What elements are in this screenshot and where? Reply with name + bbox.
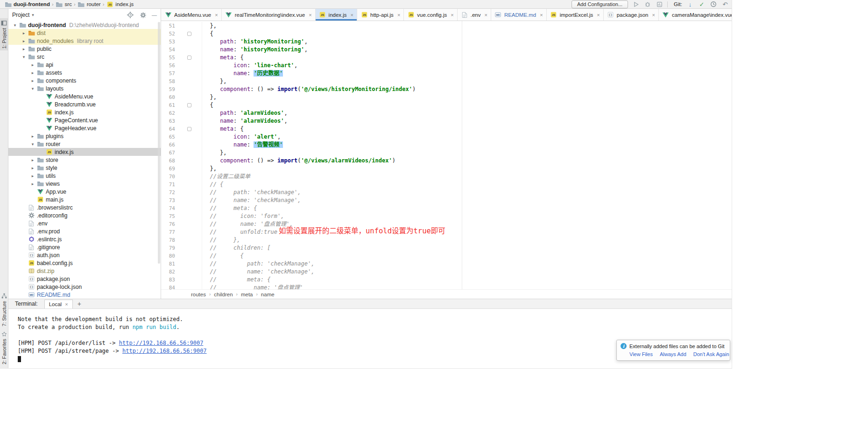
tab-close-icon[interactable]: × (351, 12, 353, 18)
code-line[interactable]: 81 // path: 'checkManage', (161, 260, 732, 268)
code-line[interactable]: 54 name: 'historyMonitoring', (161, 46, 732, 54)
notification-action[interactable]: Don't Ask Again (693, 351, 729, 357)
code-line[interactable]: 82 // name: 'checkManage', (161, 268, 732, 276)
chevron-collapsed-icon[interactable]: ▸ (29, 166, 36, 170)
tree-item[interactable]: ▸style (8, 164, 161, 172)
editor-tab[interactable]: cameraManage\index.vue× (659, 9, 732, 21)
code-line[interactable]: 63 name: 'alarmVideos', (161, 117, 732, 125)
editor-breadcrumb-item[interactable]: children (214, 292, 233, 297)
tree-item[interactable]: ▸views (8, 180, 161, 188)
code-line[interactable]: 59 component: () => import('@/views/hist… (161, 85, 732, 93)
code-line[interactable]: 75 // icon: 'form', (161, 212, 732, 220)
code-line[interactable]: 72 // path: 'checkManage', (161, 189, 732, 196)
tree-item[interactable]: ▸store (8, 156, 161, 164)
code-line[interactable]: 71 // { (161, 181, 732, 189)
notification-action[interactable]: Always Add (660, 351, 686, 357)
code-line[interactable]: 84 // name: '盘点管理' (161, 284, 732, 289)
code-line[interactable]: 68 component: () => import('@/views/alar… (161, 157, 732, 165)
editor-tab[interactable]: .env× (458, 9, 491, 21)
editor-tab-active[interactable]: JSindex.js× (316, 9, 357, 21)
tree-item[interactable]: {}package-lock.json (8, 283, 161, 291)
code-line[interactable]: 65 icon: 'alert', (161, 133, 732, 141)
code-line[interactable]: 74 // meta: { (161, 204, 732, 212)
code-editor[interactable]: 51 },52 {53 path: 'historyMonitoring',54… (161, 21, 732, 289)
chevron-collapsed-icon[interactable]: ▸ (20, 39, 28, 43)
tab-close-icon[interactable]: × (397, 12, 400, 18)
add-configuration-button[interactable]: Add Configuration... (572, 0, 628, 8)
editor-tab[interactable]: JSimportExcel.js× (547, 9, 604, 21)
code-line[interactable]: 56 icon: 'line-chart', (161, 62, 732, 70)
code-line[interactable]: 64 meta: { (161, 125, 732, 133)
fold-marker-icon[interactable] (187, 32, 191, 36)
project-tree-scrollbar[interactable] (158, 22, 160, 264)
editor-breadcrumb-item[interactable]: name (261, 292, 275, 297)
editor-breadcrumb-item[interactable]: meta (241, 292, 253, 297)
update-project-icon[interactable]: ↓ (686, 0, 694, 8)
tab-close-icon[interactable]: × (451, 12, 453, 18)
tab-close-icon[interactable]: × (215, 12, 218, 18)
debug-icon[interactable] (644, 0, 651, 8)
fold-marker-icon[interactable] (187, 56, 191, 60)
tree-item[interactable]: ▸dist (8, 29, 161, 37)
chevron-expanded-icon[interactable]: ▾ (11, 23, 19, 28)
editor-tab[interactable]: AsideMenu.vue× (161, 9, 222, 21)
chevron-collapsed-icon[interactable]: ▸ (29, 182, 36, 186)
code-line[interactable]: 80 // { (161, 252, 732, 260)
editor-breadcrumb-item[interactable]: routes (191, 292, 206, 297)
tree-item[interactable]: ▾router (8, 140, 161, 148)
breadcrumb-item[interactable]: router (76, 0, 102, 8)
tree-item[interactable]: ▸public (8, 45, 161, 53)
stripe-button-project[interactable]: 1: Project (0, 18, 8, 50)
history-icon[interactable] (710, 0, 717, 8)
project-view-selector[interactable]: Project ▾ (12, 12, 34, 18)
code-line[interactable]: 61 { (161, 101, 732, 109)
tree-item[interactable]: ▸api (8, 61, 161, 69)
code-line[interactable]: 67 }, (161, 149, 732, 157)
tree-item[interactable]: .gitignore (8, 243, 161, 251)
tree-item[interactable]: JSmain.js (8, 196, 161, 203)
stripe-button-structure[interactable]: 7: Structure (0, 291, 8, 328)
terminal-link[interactable]: http://192.168.66.56:9007 (119, 340, 204, 346)
code-line[interactable]: 78 // }, (161, 236, 732, 244)
chevron-expanded-icon[interactable]: ▾ (20, 55, 28, 59)
code-line[interactable]: 66 name: '告警视频' (161, 141, 732, 149)
code-line[interactable]: 52 { (161, 30, 732, 38)
tree-item[interactable]: .env.prod (8, 227, 161, 235)
chevron-collapsed-icon[interactable]: ▸ (29, 78, 36, 83)
tree-item[interactable]: MDREADME.md (8, 291, 161, 299)
tree-item[interactable]: JSindex.js (8, 108, 161, 116)
tree-item[interactable]: .editorconfig (8, 211, 161, 219)
editor-tab[interactable]: realTimeMonitoring\index.vue× (222, 9, 316, 21)
fold-marker-icon[interactable] (187, 127, 191, 131)
tree-item[interactable]: ▸utils (8, 172, 161, 180)
tree-item[interactable]: ▸components (8, 77, 161, 84)
terminal-add-tab-button[interactable]: + (73, 300, 86, 308)
code-line[interactable]: 57 name: '历史数据' (161, 70, 732, 77)
chevron-collapsed-icon[interactable]: ▸ (29, 70, 36, 75)
editor-tab[interactable]: MDREADME.md× (491, 9, 547, 21)
tree-item[interactable]: Breadcrumb.vue (8, 100, 161, 108)
tab-close-icon[interactable]: × (484, 12, 487, 18)
terminal-tab-local[interactable]: Local × (44, 300, 73, 308)
tree-item[interactable]: ▸node_moduleslibrary root (8, 37, 161, 45)
code-line[interactable]: 77 // unfold:true (161, 228, 732, 236)
tab-close-icon[interactable]: × (540, 12, 543, 18)
locate-file-icon[interactable] (127, 11, 134, 19)
profiler-icon[interactable] (656, 0, 663, 8)
rollback-icon[interactable]: ↶ (721, 0, 729, 8)
code-line[interactable]: 62 path: 'alarmVideos', (161, 109, 732, 117)
tree-item[interactable]: PageHeader.vue (8, 124, 161, 132)
code-line[interactable]: 69 }, (161, 165, 732, 173)
code-line[interactable]: 60 }, (161, 93, 732, 101)
tree-item[interactable]: JSindex.js (8, 148, 161, 156)
breadcrumb-item[interactable]: JSindex.js (105, 0, 135, 8)
tree-item[interactable]: {}package.json (8, 275, 161, 283)
tree-item[interactable]: ▾src (8, 53, 161, 61)
code-line[interactable]: 76 // name: '盘点管理', (161, 220, 732, 228)
tree-item[interactable]: AsideMenu.vue (8, 92, 161, 100)
code-line[interactable]: 53 path: 'historyMonitoring', (161, 38, 732, 46)
tab-close-icon[interactable]: × (65, 301, 68, 307)
terminal-link[interactable]: http://192.168.66.56:9007 (122, 348, 207, 354)
gear-icon[interactable] (139, 11, 147, 19)
code-line[interactable]: 70 //设置二级菜单 (161, 173, 732, 181)
